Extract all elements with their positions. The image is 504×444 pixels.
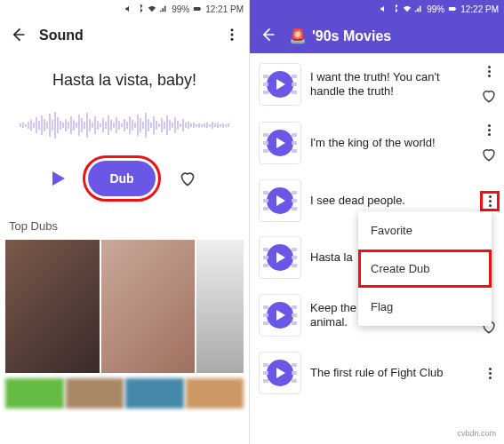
sound-title: I see dead people. (310, 194, 474, 208)
play-icon[interactable] (259, 236, 301, 279)
sound-list: I want the truth! You can't handle the t… (250, 53, 504, 444)
svg-point-4 (231, 37, 234, 40)
status-bar: 99% 12:22 PM (250, 0, 504, 18)
sound-title: I want the truth! You can't handle the t… (310, 70, 472, 99)
list-item[interactable]: I'm the king of the world! (250, 112, 504, 170)
signal-icon (159, 4, 168, 13)
play-icon[interactable] (259, 63, 301, 106)
sound-title: Hasta la vista, baby! (7, 71, 242, 90)
play-icon[interactable] (259, 352, 301, 394)
watermark: cvbdn.com (454, 428, 499, 439)
bluetooth-icon (136, 4, 145, 13)
status-icons (124, 4, 168, 13)
waveform[interactable] (9, 107, 240, 143)
app-bar: Sound (0, 18, 249, 53)
screen-sound-detail: 99% 12:21 PM Sound Hasta la vista, baby!… (0, 0, 250, 444)
item-more-button[interactable] (483, 194, 497, 209)
clock-text: 12:21 PM (205, 4, 244, 14)
list-item[interactable]: The first rule of Fight Club (250, 343, 504, 400)
item-more-button[interactable] (482, 62, 496, 81)
back-button[interactable] (9, 26, 27, 46)
signal-icon (414, 4, 423, 13)
svg-rect-0 (194, 7, 201, 11)
svg-rect-6 (456, 8, 457, 10)
wifi-icon (148, 4, 156, 13)
dub-thumbnail[interactable] (5, 240, 100, 373)
svg-point-2 (231, 28, 234, 31)
svg-rect-5 (449, 7, 455, 11)
controls-row: Dub (0, 161, 249, 196)
bluetooth-icon (391, 4, 400, 13)
siren-icon: 🚨 (289, 28, 307, 44)
menu-item-favorite[interactable]: Favorite (358, 211, 492, 250)
section-label-top-dubs: Top Dubs (9, 219, 240, 233)
item-more-button[interactable] (483, 364, 497, 383)
mute-icon (124, 4, 133, 13)
play-icon[interactable] (259, 122, 301, 164)
play-icon[interactable] (259, 179, 301, 222)
dub-thumbnail[interactable] (66, 378, 124, 408)
dub-thumbnail[interactable] (196, 240, 244, 373)
favorite-button[interactable] (481, 88, 497, 107)
dub-thumbnail-row (5, 378, 244, 408)
dub-thumbnail[interactable] (101, 240, 196, 373)
sound-title: I'm the king of the world! (310, 136, 472, 150)
list-item[interactable]: I want the truth! You can't handle the t… (250, 53, 504, 112)
clock-text: 12:22 PM (460, 4, 499, 14)
top-dubs-grid (0, 240, 249, 378)
back-button[interactable] (259, 26, 276, 46)
screen-movie-list: 99% 12:22 PM 🚨'90s Movies I want the tru… (250, 0, 504, 444)
item-more-button[interactable] (482, 121, 496, 139)
dub-thumbnail[interactable] (125, 378, 184, 408)
mute-icon (380, 4, 388, 13)
context-menu: Favorite Create Dub Flag (358, 211, 492, 326)
battery-icon (193, 4, 202, 13)
svg-rect-1 (201, 8, 202, 10)
wifi-icon (403, 4, 412, 13)
app-bar: 🚨'90s Movies (250, 18, 504, 53)
battery-text: 99% (427, 4, 444, 14)
dub-button[interactable]: Dub (88, 161, 155, 196)
menu-item-create-dub[interactable]: Create Dub (358, 250, 492, 288)
status-bar: 99% 12:21 PM (0, 0, 249, 18)
dub-thumbnail[interactable] (186, 378, 244, 408)
page-title: 🚨'90s Movies (289, 28, 495, 44)
page-title: Sound (39, 28, 212, 44)
battery-text: 99% (172, 4, 189, 14)
battery-icon (448, 4, 457, 13)
dub-thumbnail[interactable] (5, 378, 64, 408)
favorite-button[interactable] (179, 170, 196, 187)
menu-item-flag[interactable]: Flag (358, 288, 492, 326)
play-button[interactable] (52, 171, 65, 186)
svg-point-3 (231, 33, 234, 36)
status-icons (380, 4, 423, 13)
play-icon[interactable] (259, 294, 301, 337)
favorite-button[interactable] (481, 147, 497, 165)
more-button[interactable] (224, 27, 240, 45)
sound-title: The first rule of Fight Club (310, 366, 474, 380)
